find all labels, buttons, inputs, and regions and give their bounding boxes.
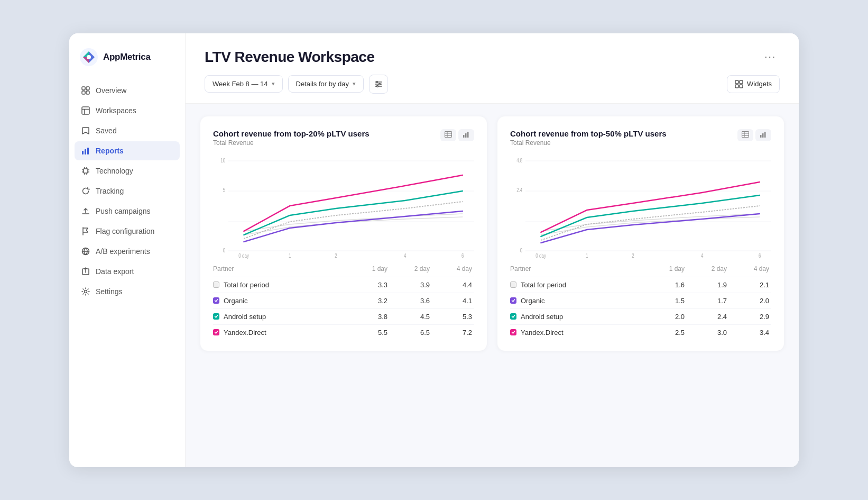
val-1: 2.0 (644, 308, 687, 324)
chart-card-1: Cohort revenue from top-20% pLTV users T… (200, 116, 487, 351)
partner-cell: Yandex.Direct (510, 329, 644, 337)
chevron-down-icon: ▾ (272, 80, 275, 87)
date-filter-label: Week Feb 8 — 14 (213, 80, 268, 88)
col-2day-2: 2 day (687, 263, 729, 277)
sidebar-item-flag[interactable]: Flag configuration (75, 222, 180, 241)
col-partner-2: Partner (510, 263, 644, 277)
svg-rect-34 (445, 131, 452, 137)
partner-name: Yandex.Direct (224, 329, 266, 337)
table-row: Organic 3.2 3.6 4.1 (213, 293, 474, 308)
date-filter-button[interactable]: Week Feb 8 — 14 ▾ (205, 75, 283, 93)
val-2: 4.5 (390, 308, 432, 324)
chart-2-title-group: Cohort revenue from top-50% pLTV users T… (510, 129, 667, 147)
val-4: 7.2 (432, 324, 474, 340)
table-row: Yandex.Direct 2.5 3.0 3.4 (510, 324, 771, 340)
main-header: LTV Revenue Workspace ⋯ Week Feb 8 — 14 … (186, 33, 799, 104)
sidebar-item-tracking[interactable]: Tracking (75, 181, 180, 201)
val-2: 1.9 (687, 277, 729, 293)
partner-name: Organic (224, 297, 248, 305)
chart-2-svg-container: 4.8 2.4 0 0 day 1 2 4 6 (510, 153, 771, 259)
ab-icon (81, 247, 90, 256)
svg-text:4.8: 4.8 (516, 157, 522, 163)
sidebar-item-settings[interactable]: Settings (75, 282, 180, 301)
bar-icon (463, 131, 470, 138)
chart-1-actions (440, 129, 474, 141)
svg-text:5: 5 (223, 186, 225, 193)
val-4: 5.3 (432, 308, 474, 324)
table-row: Android setup 3.8 4.5 5.3 (213, 308, 474, 324)
svg-text:10: 10 (220, 157, 225, 163)
svg-rect-58 (762, 133, 764, 138)
partner-name: Total for period (224, 281, 269, 289)
sidebar-item-saved[interactable]: Saved (75, 121, 180, 140)
svg-rect-4 (82, 91, 85, 94)
logo: AppMetrica (69, 48, 185, 81)
widgets-icon (735, 80, 743, 88)
detail-filter-button[interactable]: Details for by day ▾ (288, 75, 364, 93)
dot-gray (213, 281, 219, 288)
svg-point-1 (87, 55, 91, 59)
bar-chart-icon (81, 146, 90, 156)
svg-text:6: 6 (759, 252, 761, 258)
chevron-down-icon-2: ▾ (353, 80, 356, 87)
svg-rect-31 (740, 80, 743, 84)
chart-1-table-btn[interactable] (440, 129, 456, 141)
col-4day-2: 4 day (729, 263, 771, 277)
svg-rect-39 (465, 133, 467, 138)
sidebar-item-ab-label: A/B experiments (96, 247, 150, 256)
table-row: Android setup 2.0 2.4 2.9 (510, 308, 771, 324)
sidebar-item-ab[interactable]: A/B experiments (75, 242, 180, 261)
chart-2-actions (737, 129, 771, 141)
col-2day-1: 2 day (390, 263, 432, 277)
val-4: 2.9 (729, 308, 771, 324)
sidebar-item-settings-label: Settings (96, 287, 123, 296)
logo-icon (80, 48, 98, 66)
chart-1-table: Partner 1 day 2 day 4 day Total for peri… (213, 263, 474, 340)
val-2: 3.9 (390, 277, 432, 293)
chart-1-bar-btn[interactable] (458, 129, 474, 141)
sidebar-item-export[interactable]: Data export (75, 262, 180, 281)
sidebar-item-tracking-label: Tracking (96, 187, 124, 195)
val-2: 3.6 (390, 293, 432, 308)
sidebar-item-overview[interactable]: Overview (75, 81, 180, 100)
layout-icon (81, 106, 90, 115)
chart-card-1-header: Cohort revenue from top-20% pLTV users T… (213, 129, 474, 147)
chart-2-table-btn[interactable] (737, 129, 753, 141)
chart-2-bar-btn[interactable] (755, 129, 771, 141)
sidebar: AppMetrica Overview (69, 33, 186, 467)
partner-name: Yandex.Direct (521, 329, 564, 337)
svg-text:2: 2 (335, 252, 337, 258)
partner-cell: Android setup (510, 313, 644, 321)
sidebar-item-push[interactable]: Push campaigns (75, 202, 180, 221)
sidebar-item-workspaces[interactable]: Workspaces (75, 101, 180, 120)
svg-rect-5 (86, 91, 89, 94)
sidebar-item-technology[interactable]: Technology (75, 161, 180, 180)
partner-cell: Organic (510, 297, 644, 305)
chart-1-svg: 10 5 0 0 day 1 2 4 6 (213, 153, 474, 259)
svg-rect-57 (760, 135, 762, 138)
bar-icon-2 (760, 131, 767, 138)
filter-button[interactable] (369, 75, 388, 94)
svg-text:0: 0 (520, 247, 522, 253)
charts-area: Cohort revenue from top-20% pLTV users T… (186, 104, 799, 363)
sidebar-item-overview-label: Overview (96, 86, 126, 95)
sidebar-item-push-label: Push campaigns (96, 207, 151, 215)
val-4: 2.0 (729, 293, 771, 308)
val-1: 3.3 (347, 277, 390, 293)
chart-1-svg-container: 10 5 0 0 day 1 2 4 6 (213, 153, 474, 259)
col-1day-2: 1 day (644, 263, 687, 277)
widgets-button[interactable]: Widgets (727, 75, 780, 93)
chart-card-2-header: Cohort revenue from top-50% pLTV users T… (510, 129, 771, 147)
partner-name: Organic (521, 297, 545, 305)
val-1: 3.2 (347, 293, 390, 308)
chart-2-svg: 4.8 2.4 0 0 day 1 2 4 6 (510, 153, 771, 259)
svg-point-23 (85, 290, 87, 293)
svg-rect-11 (87, 148, 89, 154)
sidebar-item-reports[interactable]: Reports (75, 141, 180, 160)
col-1day-1: 1 day (347, 263, 390, 277)
dot-teal-2 (510, 313, 516, 320)
svg-text:0: 0 (223, 247, 225, 253)
more-options-button[interactable]: ⋯ (760, 48, 780, 66)
svg-rect-33 (740, 85, 743, 88)
val-4: 4.4 (432, 277, 474, 293)
